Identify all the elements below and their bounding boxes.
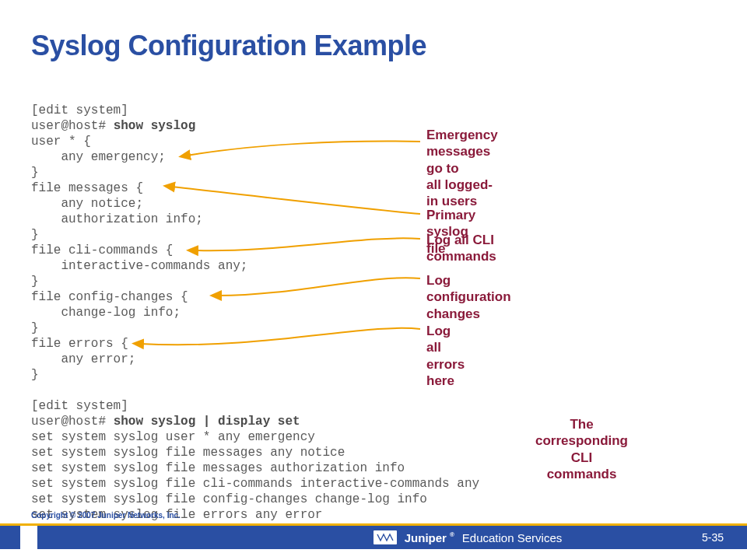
page-number: 5-35	[702, 531, 747, 544]
code-line: user * {	[31, 135, 91, 149]
code-line: any emergency;	[31, 150, 166, 164]
code-line: authorization info;	[31, 212, 203, 226]
code-line: [edit system]	[31, 103, 128, 117]
code-line: file cli-commands {	[31, 243, 173, 257]
footer-notch	[20, 526, 37, 549]
code-line: set system syslog file config-changes ch…	[31, 492, 427, 506]
code-line: }	[31, 321, 39, 335]
code-line: }	[31, 368, 39, 382]
footer-bar: Juniper® Education Services 5-35	[0, 526, 747, 549]
code-line: set system syslog file messages any noti…	[31, 446, 345, 460]
code-line: user@host# show syslog	[31, 119, 195, 133]
code-line: file messages {	[31, 181, 143, 195]
code-line: }	[31, 275, 39, 289]
juniper-logo-icon	[374, 530, 397, 544]
code-block: [edit system] user@host# show syslog use…	[31, 103, 479, 523]
callout-cli-commands: Log all CLI commands	[426, 232, 496, 265]
code-line: }	[31, 166, 39, 180]
brand-name: Juniper®	[405, 531, 454, 544]
code-line: user@host# show syslog | display set	[31, 415, 300, 429]
callout-cli-equiv: The corresponding CLIcommands	[535, 416, 628, 482]
code-line: file config-changes {	[31, 290, 188, 304]
page-title: Syslog Configuration Example	[31, 30, 426, 62]
code-line: }	[31, 228, 39, 242]
code-line: [edit system]	[31, 399, 128, 413]
code-line: any error;	[31, 352, 135, 366]
footer-label: Education Services	[462, 531, 562, 544]
callout-errors: Log all errors here	[426, 323, 465, 389]
code-line: interactive-commands any;	[31, 259, 247, 273]
copyright-text: Copyright © 2007 Juniper Networks, Inc.	[31, 511, 181, 520]
callout-emergency: Emergency messages go toall logged-in us…	[426, 127, 498, 209]
code-line: file errors {	[31, 337, 128, 351]
code-line: set system syslog file cli-commands inte…	[31, 477, 479, 491]
slide: Syslog Configuration Example [edit syste…	[0, 0, 747, 560]
code-line: set system syslog user * any emergency	[31, 430, 315, 444]
code-line: change-log info;	[31, 306, 181, 320]
callout-config-changes: Log configuration changes	[426, 272, 511, 322]
code-line: set system syslog file messages authoriz…	[31, 461, 405, 475]
code-line: any notice;	[31, 197, 143, 211]
